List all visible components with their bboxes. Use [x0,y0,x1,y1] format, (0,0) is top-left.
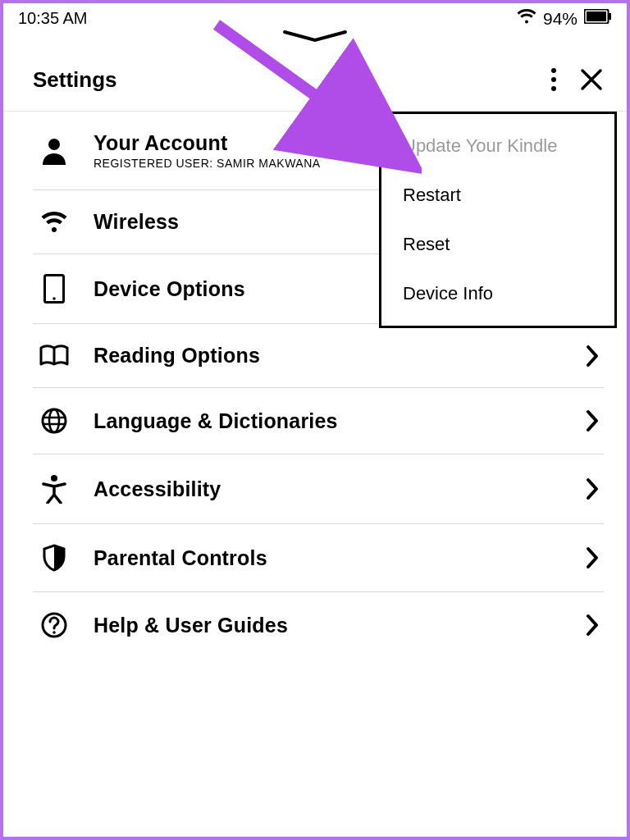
accessibility-icon [38,474,71,504]
book-icon [38,345,71,368]
settings-item-language[interactable]: Language & Dictionaries [33,388,604,454]
close-button[interactable] [579,67,604,92]
pulldown-handle[interactable] [3,29,627,43]
menu-item-reset[interactable]: Reset [403,234,593,255]
help-label: Help & User Guides [94,614,563,637]
menu-item-update: Update Your Kindle [403,135,593,157]
status-bar: 10:35 AM 94% [3,3,627,30]
globe-icon [38,408,71,434]
svg-rect-1 [587,11,606,21]
svg-point-7 [49,409,59,432]
chevron-right-icon [586,614,599,637]
svg-rect-2 [609,13,611,20]
parental-label: Parental Controls [94,546,563,570]
settings-item-help[interactable]: Help & User Guides [33,592,604,658]
clock: 10:35 AM [18,9,88,28]
menu-item-device-info[interactable]: Device Info [403,283,593,304]
page-title: Settings [33,67,117,93]
svg-point-8 [51,475,57,482]
svg-point-5 [52,297,56,300]
battery-percent: 94% [543,9,578,29]
settings-item-reading-options[interactable]: Reading Options [33,324,604,388]
chevron-right-icon [586,345,599,368]
menu-item-restart[interactable]: Restart [403,185,593,206]
battery-icon [584,9,612,28]
user-icon [38,137,71,165]
settings-item-parental[interactable]: Parental Controls [33,524,604,592]
svg-point-6 [43,409,66,432]
device-icon [38,274,71,304]
accessibility-label: Accessibility [94,477,563,501]
chevron-right-icon [586,546,599,569]
more-menu-button[interactable] [546,63,561,96]
language-label: Language & Dictionaries [94,409,563,433]
wifi-icon [517,8,536,29]
shield-icon [38,544,71,572]
settings-header: Settings [3,43,627,112]
svg-point-10 [52,631,56,634]
overflow-menu: Update Your Kindle Restart Reset Device … [379,112,617,328]
wifi-icon [38,211,71,234]
chevron-right-icon [586,409,599,432]
chevron-right-icon [586,477,599,500]
reading-options-label: Reading Options [94,344,563,368]
help-icon [38,612,71,638]
settings-item-accessibility[interactable]: Accessibility [33,454,604,524]
svg-point-3 [48,139,60,150]
